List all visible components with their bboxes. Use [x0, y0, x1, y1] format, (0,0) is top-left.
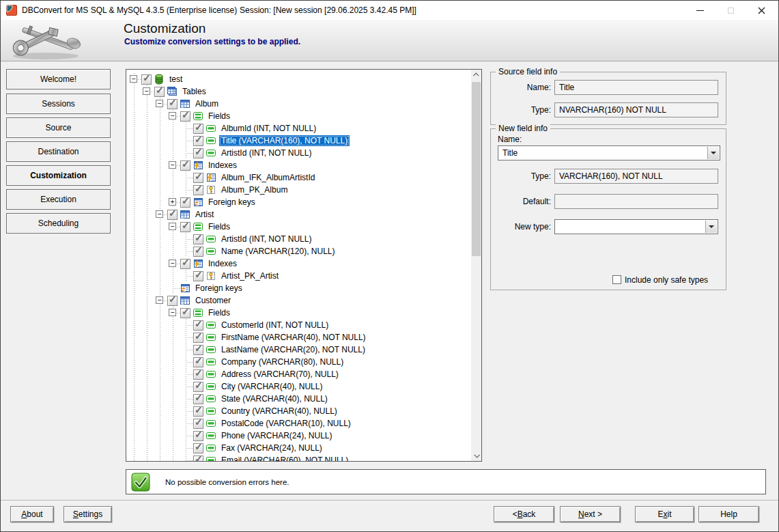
tree-scrollbar[interactable]	[471, 70, 481, 461]
tree-checkbox[interactable]: ✓	[180, 160, 190, 171]
tree-node-label[interactable]: City (VARCHAR(40), NULL)	[219, 381, 324, 392]
tree-node-label[interactable]: Email (VARCHAR(60), NOT NULL)	[219, 455, 350, 462]
help-button[interactable]: Help	[698, 506, 759, 522]
sidebar-item-scheduling[interactable]: Scheduling	[6, 213, 111, 234]
tree-node-label[interactable]: LastName (VARCHAR(20), NOT NULL)	[219, 344, 367, 355]
tree-checkbox[interactable]: ✓	[193, 333, 203, 343]
tree-node-label[interactable]: Title (VARCHAR(160), NOT NULL)	[219, 135, 350, 146]
tree-node-label[interactable]: Indexes	[206, 160, 239, 171]
tree-node-label[interactable]: Address (VARCHAR(70), NULL)	[219, 369, 341, 380]
close-button[interactable]	[746, 1, 777, 20]
sidebar-item-source[interactable]: Source	[6, 117, 111, 138]
tree-checkbox[interactable]: ✓	[193, 247, 203, 257]
tree-node-label[interactable]: FirstName (VARCHAR(40), NOT NULL)	[219, 332, 368, 343]
tree-node-label[interactable]: Artist_PK_Artist	[219, 270, 281, 281]
collapse-toggle-icon[interactable]: −	[156, 100, 163, 107]
chevron-down-icon[interactable]	[705, 221, 717, 233]
tree-checkbox[interactable]: ✓	[193, 443, 203, 453]
chevron-down-icon[interactable]	[707, 147, 719, 159]
tree-node-label[interactable]: Album_PK_Album	[219, 184, 289, 195]
tree-checkbox[interactable]: ✓	[167, 210, 178, 220]
expand-toggle-icon[interactable]: +	[169, 198, 176, 206]
scrollbar-thumb[interactable]	[472, 82, 481, 256]
collapse-toggle-icon[interactable]: −	[143, 87, 150, 95]
tree-node-label[interactable]: test	[167, 74, 184, 85]
tree-node-label[interactable]: Artist	[193, 209, 216, 220]
tree-node-label[interactable]: Tables	[180, 86, 208, 97]
tree-checkbox[interactable]: ✓	[167, 99, 178, 109]
tree-node-label[interactable]: Foreign keys	[193, 283, 244, 294]
tree-checkbox[interactable]: ✓	[193, 406, 203, 417]
next-button[interactable]: Next >	[560, 506, 621, 522]
tree-node-label[interactable]: PostalCode (VARCHAR(10), NULL)	[219, 418, 353, 429]
tree-checkbox[interactable]: ✓	[193, 124, 203, 134]
tree-checkbox[interactable]: ✓	[193, 320, 203, 331]
tree-node-label[interactable]: ArtistId (INT, NOT NULL)	[219, 148, 313, 158]
tree-node-label[interactable]: ArtistId (INT, NOT NULL)	[219, 234, 313, 244]
sidebar-item-welcome[interactable]: Welcome!	[6, 69, 111, 89]
tree-node-label[interactable]: Foreign keys	[206, 197, 257, 208]
tree-node-label[interactable]: Phone (VARCHAR(24), NULL)	[219, 430, 335, 441]
tree-checkbox[interactable]: ✓	[154, 87, 165, 97]
collapse-toggle-icon[interactable]: −	[169, 309, 176, 316]
collapse-toggle-icon[interactable]: −	[156, 296, 163, 304]
tree-checkbox[interactable]: ✓	[180, 197, 190, 208]
tree-node-label[interactable]: Album	[193, 98, 221, 109]
tree-checkbox[interactable]: ✓	[180, 222, 190, 232]
sidebar-item-execution[interactable]: Execution	[6, 189, 111, 210]
collapse-toggle-icon[interactable]: −	[156, 210, 163, 218]
tree-checkbox[interactable]: ✓	[193, 173, 203, 183]
tree-node-label[interactable]: Fields	[206, 111, 232, 122]
tree-checkbox[interactable]: ✓	[193, 369, 203, 380]
tree-guide	[141, 98, 154, 110]
tree-node-label[interactable]: Indexes	[206, 258, 239, 269]
collapse-toggle-icon[interactable]: −	[130, 75, 137, 83]
settings-button[interactable]: Settings	[63, 506, 112, 522]
collapse-toggle-icon[interactable]: −	[169, 260, 176, 267]
tree-checkbox[interactable]: ✓	[193, 357, 203, 367]
tree-checkbox[interactable]: ✓	[193, 148, 203, 158]
tree-checkbox[interactable]: ✓	[193, 271, 203, 281]
tree-node-label[interactable]: CustomerId (INT, NOT NULL)	[219, 320, 330, 331]
sidebar-item-destination[interactable]: Destination	[6, 141, 111, 162]
tree-checkbox[interactable]: ✓	[167, 296, 178, 306]
tree-checkbox[interactable]: ✓	[193, 394, 203, 404]
collapse-toggle-icon[interactable]: −	[169, 161, 176, 169]
exit-button[interactable]: Exit	[635, 506, 694, 522]
tree-node-label[interactable]: Company (VARCHAR(80), NULL)	[219, 356, 345, 367]
default-field[interactable]	[554, 194, 718, 209]
tree-checkbox[interactable]: ✓	[193, 185, 203, 195]
scroll-down-icon[interactable]	[471, 450, 481, 461]
tree-node-label[interactable]: Album_IFK_AlbumArtistId	[219, 172, 317, 183]
collapse-toggle-icon[interactable]: −	[169, 223, 176, 230]
tree-checkbox[interactable]: ✓	[180, 308, 190, 318]
back-button[interactable]: < Back	[494, 506, 554, 522]
collapse-toggle-icon[interactable]: −	[169, 112, 176, 120]
tree-checkbox[interactable]: ✓	[180, 111, 190, 122]
tree-checkbox[interactable]: ✓	[193, 345, 203, 355]
minimize-button[interactable]	[685, 1, 716, 20]
tree-node-label[interactable]: Fields	[206, 307, 232, 318]
tree-node-label[interactable]: State (VARCHAR(40), NULL)	[219, 393, 330, 404]
tree-checkbox[interactable]: ✓	[180, 259, 190, 269]
newtype-combobox[interactable]	[554, 219, 718, 234]
tree-checkbox[interactable]: ✓	[193, 234, 203, 244]
tree-checkbox[interactable]: ✓	[141, 74, 152, 85]
tree-node-label[interactable]: Customer	[193, 295, 233, 306]
about-button[interactable]: About	[10, 506, 54, 522]
tree-node-label[interactable]: Fax (VARCHAR(24), NULL)	[219, 443, 324, 453]
tree-checkbox[interactable]: ✓	[193, 456, 203, 462]
tree-node-label[interactable]: Country (VARCHAR(40), NULL)	[219, 406, 339, 417]
new-name-combobox[interactable]: Title	[498, 145, 720, 160]
sidebar-item-customization[interactable]: Customization	[6, 165, 111, 186]
tree-node-label[interactable]: Fields	[206, 221, 232, 232]
tree-node-label[interactable]: Name (VARCHAR(120), NULL)	[219, 246, 337, 257]
tree-checkbox[interactable]: ✓	[193, 419, 203, 429]
tree-checkbox[interactable]: ✓	[193, 382, 203, 392]
tree-checkbox[interactable]: ✓	[193, 136, 203, 146]
safe-types-checkbox[interactable]	[612, 275, 621, 284]
tree-checkbox[interactable]: ✓	[193, 431, 203, 441]
scroll-up-icon[interactable]	[471, 70, 481, 81]
tree-node-label[interactable]: AlbumId (INT, NOT NULL)	[219, 123, 318, 134]
sidebar-item-sessions[interactable]: Sessions	[6, 94, 111, 114]
